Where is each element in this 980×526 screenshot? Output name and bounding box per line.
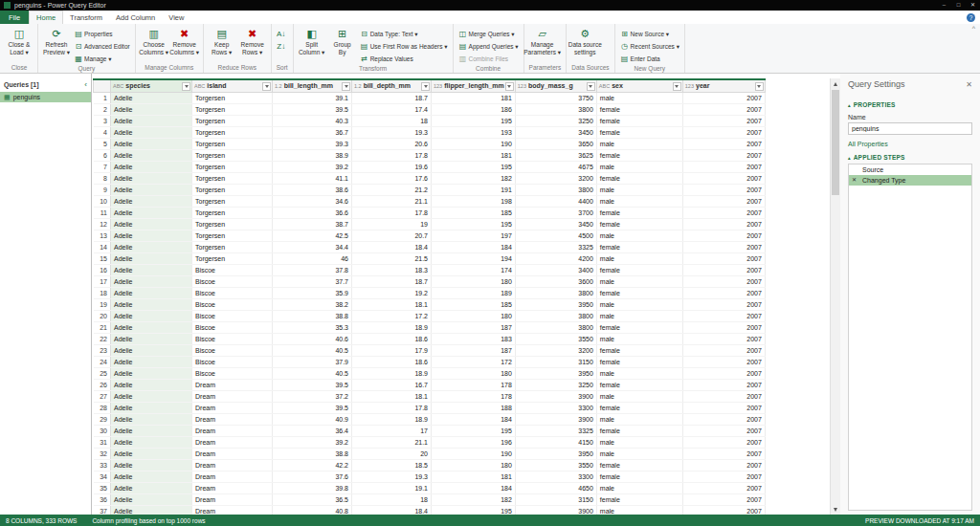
row-number[interactable]: 33 <box>94 459 111 471</box>
cell[interactable]: 4150 <box>515 436 596 448</box>
properties-button[interactable]: ▤Properties <box>72 28 132 40</box>
cell[interactable]: Adelie <box>111 207 192 218</box>
ribbon-collapse-icon[interactable]: ^ <box>972 25 975 32</box>
cell[interactable]: 38.7 <box>273 218 352 230</box>
sort-ascending-button[interactable]: A↓ <box>275 28 289 40</box>
row-number[interactable]: 10 <box>94 195 111 207</box>
cell[interactable]: 37.9 <box>273 356 352 367</box>
cell[interactable]: 40.9 <box>273 413 352 425</box>
cell[interactable]: 195 <box>432 115 516 126</box>
cell[interactable]: 182 <box>432 493 516 505</box>
cell[interactable]: 18 <box>352 115 432 126</box>
sort-descending-button[interactable]: Z↓ <box>275 40 289 53</box>
recent-sources-button[interactable]: ◷Recent Sources ▾ <box>618 40 681 53</box>
cell[interactable]: 185 <box>432 207 516 218</box>
cell[interactable]: 19.3 <box>352 471 432 482</box>
cell[interactable]: 36.6 <box>273 207 352 218</box>
cell[interactable]: 3200 <box>515 344 596 356</box>
cell[interactable]: 2007 <box>682 482 765 493</box>
cell[interactable]: 3625 <box>515 149 596 161</box>
cell[interactable]: 2007 <box>682 493 765 505</box>
cell[interactable]: 2007 <box>682 149 765 161</box>
cell[interactable]: 3800 <box>515 184 596 195</box>
cell[interactable]: 18.1 <box>352 390 432 402</box>
cell[interactable]: 2007 <box>682 126 765 138</box>
cell[interactable]: 3150 <box>515 356 596 367</box>
cell[interactable]: 184 <box>432 413 516 425</box>
cell[interactable]: 17 <box>352 425 432 436</box>
column-header-sex[interactable]: ABCsex <box>596 79 682 92</box>
cell[interactable]: 38.9 <box>273 149 352 161</box>
cell[interactable]: male <box>596 482 682 493</box>
cell[interactable]: 196 <box>432 436 516 448</box>
cell[interactable]: Adelie <box>111 471 192 482</box>
cell[interactable]: 35.3 <box>273 321 352 333</box>
cell[interactable]: 3400 <box>515 264 596 275</box>
cell[interactable]: 39.1 <box>273 92 352 103</box>
manage-button[interactable]: ▦Manage ▾ <box>72 53 132 65</box>
row-number[interactable]: 7 <box>94 161 111 172</box>
row-number[interactable]: 30 <box>94 425 111 436</box>
cell[interactable]: 2007 <box>682 402 765 413</box>
cell[interactable]: 37.8 <box>273 264 352 275</box>
row-number[interactable]: 34 <box>94 471 111 482</box>
cell[interactable]: 17.2 <box>352 310 432 321</box>
row-number[interactable]: 1 <box>94 92 111 103</box>
cell[interactable]: 2007 <box>682 92 765 103</box>
cell[interactable]: Adelie <box>111 149 192 161</box>
cell[interactable]: 3900 <box>515 413 596 425</box>
filter-button[interactable] <box>505 82 514 91</box>
cell[interactable]: 17.8 <box>352 207 432 218</box>
cell[interactable]: 17.4 <box>352 103 432 115</box>
row-number[interactable]: 4 <box>94 126 111 138</box>
cell[interactable]: Biscoe <box>192 310 273 321</box>
cell[interactable]: 18.6 <box>352 333 432 344</box>
cell[interactable]: male <box>596 505 682 515</box>
all-properties-link[interactable]: All Properties <box>848 141 972 147</box>
cell[interactable]: male <box>596 138 682 149</box>
cell[interactable]: Adelie <box>111 287 192 298</box>
cell[interactable]: 172 <box>432 356 516 367</box>
row-number[interactable]: 17 <box>94 275 111 287</box>
tab-file[interactable]: File <box>0 11 29 24</box>
cell[interactable]: Torgersen <box>192 241 273 252</box>
row-number[interactable]: 8 <box>94 172 111 184</box>
cell[interactable]: 19.1 <box>352 482 432 493</box>
cell[interactable]: 2007 <box>682 172 765 184</box>
cell[interactable]: 3550 <box>515 459 596 471</box>
cell[interactable]: 38.2 <box>273 298 352 310</box>
cell[interactable]: 181 <box>432 149 516 161</box>
cell[interactable]: Adelie <box>111 195 192 207</box>
cell[interactable]: 4400 <box>515 195 596 207</box>
cell[interactable]: 3200 <box>515 172 596 184</box>
cell[interactable]: male <box>596 298 682 310</box>
cell[interactable]: Dream <box>192 379 273 390</box>
cell[interactable]: Torgersen <box>192 172 273 184</box>
cell[interactable]: 178 <box>432 379 516 390</box>
cell[interactable]: 187 <box>432 321 516 333</box>
cell[interactable]: Dream <box>192 471 273 482</box>
cell[interactable]: Dream <box>192 390 273 402</box>
cell[interactable]: Biscoe <box>192 321 273 333</box>
cell[interactable]: 46 <box>273 252 352 264</box>
cell[interactable]: 21.2 <box>352 184 432 195</box>
cell[interactable]: male <box>596 390 682 402</box>
cell[interactable]: Adelie <box>111 184 192 195</box>
cell[interactable]: 3900 <box>515 390 596 402</box>
scroll-down-icon[interactable] <box>831 504 840 515</box>
cell[interactable]: 37.2 <box>273 390 352 402</box>
cell[interactable]: 17.8 <box>352 402 432 413</box>
cell[interactable]: 187 <box>432 344 516 356</box>
cell[interactable]: 195 <box>432 161 516 172</box>
cell[interactable]: Dream <box>192 459 273 471</box>
cell[interactable]: 186 <box>432 103 516 115</box>
cell[interactable]: 2007 <box>682 207 765 218</box>
cell[interactable]: 38.8 <box>273 448 352 459</box>
cell[interactable]: 35.9 <box>273 287 352 298</box>
cell[interactable]: Adelie <box>111 298 192 310</box>
row-number[interactable]: 14 <box>94 241 111 252</box>
delete-step-icon[interactable]: ✕ <box>852 175 857 186</box>
cell[interactable]: Torgersen <box>192 138 273 149</box>
remove-columns-button[interactable]: ✖RemoveColumns ▾ <box>169 26 200 56</box>
cell[interactable]: 180 <box>432 310 516 321</box>
